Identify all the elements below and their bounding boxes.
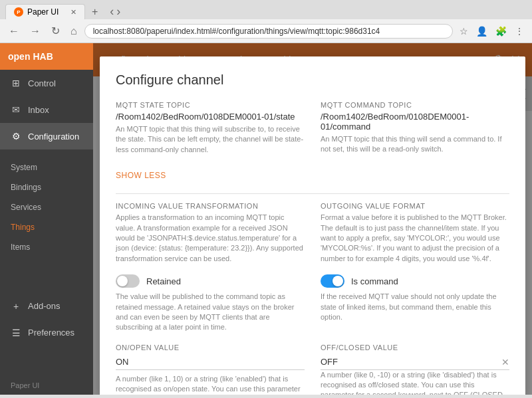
menu-icon[interactable]: ⋮ [512,25,527,38]
app-container: openHAB ⊞ Control ✉ Inbox ⚙ Configuratio… [0,43,532,395]
sidebar-item-configuration[interactable]: ⚙ Configuration [0,123,93,149]
mqtt-topics-row: MQTT state topic /Room1402/BedRoom/0108D… [116,101,509,155]
config-services[interactable]: Services [11,197,82,217]
config-things[interactable]: Things [11,217,82,237]
mqtt-state-topic-value: /Room1402/BedRoom/0108DEM0001-01/state [116,112,305,122]
is-command-label: Is command [351,276,398,286]
off-closed-label: Off/Closed value [321,344,509,351]
browser-chrome: P Paper UI ✕ + ‹ › ← → ↻ ⌂ ☆ 👤 🧩 ⋮ [0,0,532,43]
incoming-transform-group: Incoming value transformation Applies a … [116,202,305,264]
forward-button[interactable]: → [27,24,44,39]
browser-nav-bar: ← → ↻ ⌂ ☆ 👤 🧩 ⋮ [0,19,532,43]
is-command-toggle[interactable] [321,274,344,288]
values-row: On/Open value A number (like 1, 10) or a… [116,344,509,395]
sidebar: openHAB ⊞ Control ✉ Inbox ⚙ Configuratio… [0,43,93,395]
preferences-icon: ☰ [11,328,21,338]
sidebar-item-addons[interactable]: + Add-ons [0,293,93,320]
off-closed-clear-button[interactable]: ✕ [501,357,509,367]
mqtt-command-topic-value: /Room1402/BedRoom/0108DEM0001-01/command [321,112,509,132]
control-icon: ⊞ [11,78,21,88]
retained-group: Retained The value will be published to … [116,274,305,333]
retained-toggle-thumb [117,276,128,286]
on-open-desc: A number (like 1, 10) or a string (like … [116,374,305,395]
inbox-icon: ✉ [11,104,21,115]
sidebar-item-control-label: Control [28,78,56,88]
on-open-input[interactable] [116,354,305,370]
address-bar[interactable] [84,24,453,39]
config-bindings[interactable]: Bindings [11,177,82,197]
is-command-toggle-row: Is command [321,274,509,288]
extensions-icon[interactable]: 🧩 [493,25,509,38]
mqtt-state-topic-label: MQTT state topic [116,101,305,109]
config-icon: ⚙ [11,131,21,142]
tab-favicon: P [14,7,23,17]
profile-icon[interactable]: 👤 [473,25,490,38]
off-closed-input[interactable] [321,354,509,370]
reload-button[interactable]: ↻ [48,23,63,39]
modal-overlay: Configure channel MQTT state topic /Room… [93,43,532,395]
on-open-group: On/Open value A number (like 1, 10) or a… [116,344,305,395]
addons-label: Add-ons [28,301,60,311]
browser-tab[interactable]: P Paper UI ✕ [5,4,85,19]
incoming-transform-label: Incoming value transformation [116,202,305,210]
modal-title: Configure channel [116,72,509,88]
config-submenu: System Bindings Services Things Items [0,152,93,262]
addons-icon: + [11,301,21,312]
bookmark-icon[interactable]: ☆ [457,25,471,38]
tab-label: Paper UI [27,7,59,17]
sidebar-footer: Paper UI [0,376,93,395]
tab-close-icon[interactable]: ✕ [70,8,76,17]
logo-area: openHAB [0,43,93,70]
sidebar-item-control[interactable]: ⊞ Control [0,70,93,96]
nav-icons: ☆ 👤 🧩 ⋮ [457,25,527,38]
off-closed-group: Off/Closed value ✕ A number (like 0, -10… [321,344,509,395]
transform-row: Incoming value transformation Applies a … [116,202,509,264]
sidebar-item-inbox-label: Inbox [28,105,49,115]
outgoing-format-desc: Format a value before it is published to… [321,213,509,264]
off-closed-desc: A number (like 0, -10) or a string (like… [321,370,509,395]
back-button[interactable]: ← [5,24,23,39]
preferences-label: Preferences [28,328,74,338]
retained-toggle[interactable] [116,274,140,288]
mqtt-command-topic-desc: An MQTT topic that this thing will send … [321,134,509,155]
mqtt-state-topic-group: MQTT state topic /Room1402/BedRoom/0108D… [116,101,305,155]
config-items[interactable]: Items [11,237,82,257]
sidebar-item-config-label: Configuration [28,132,79,142]
is-command-toggle-thumb [332,276,343,286]
logo-open: open [8,51,30,62]
new-tab-button[interactable]: + [88,5,102,19]
configure-channel-modal: Configure channel MQTT state topic /Room… [100,56,525,395]
sidebar-item-inbox[interactable]: ✉ Inbox [0,96,93,123]
tab-nav-left[interactable]: ‹ [110,5,114,19]
sidebar-item-preferences[interactable]: ☰ Preferences [0,320,93,346]
mqtt-command-topic-group: MQTT command topic /Room1402/BedRoom/010… [321,101,509,155]
retained-toggle-row: Retained [116,274,305,288]
incoming-transform-desc: Applies a transformation to an incoming … [116,213,305,264]
off-closed-input-row: ✕ [321,354,509,370]
home-button[interactable]: ⌂ [67,24,80,39]
logo-hab: HAB [33,51,53,62]
tab-nav-right[interactable]: › [116,5,120,19]
on-open-label: On/Open value [116,344,305,351]
is-command-group: Is command If the received MQTT value sh… [321,274,509,333]
retained-label: Retained [146,276,181,286]
is-command-desc: If the received MQTT value should not on… [321,292,509,322]
toggle-row: Retained The value will be published to … [116,274,509,333]
retained-desc: The value will be published to the comma… [116,292,305,333]
show-less-button[interactable]: SHOW LESS [116,165,166,185]
tab-bar: P Paper UI ✕ + ‹ › [0,0,532,19]
outgoing-format-label: Outgoing value format [321,202,509,210]
mqtt-command-topic-label: MQTT command topic [321,101,509,109]
config-system[interactable]: System [11,157,82,177]
main-content: Configuration › Things › Generic MQTT Th… [93,43,532,395]
outgoing-format-group: Outgoing value format Format a value bef… [321,202,509,264]
mqtt-state-topic-desc: An MQTT topic that this thing will subsc… [116,124,305,155]
